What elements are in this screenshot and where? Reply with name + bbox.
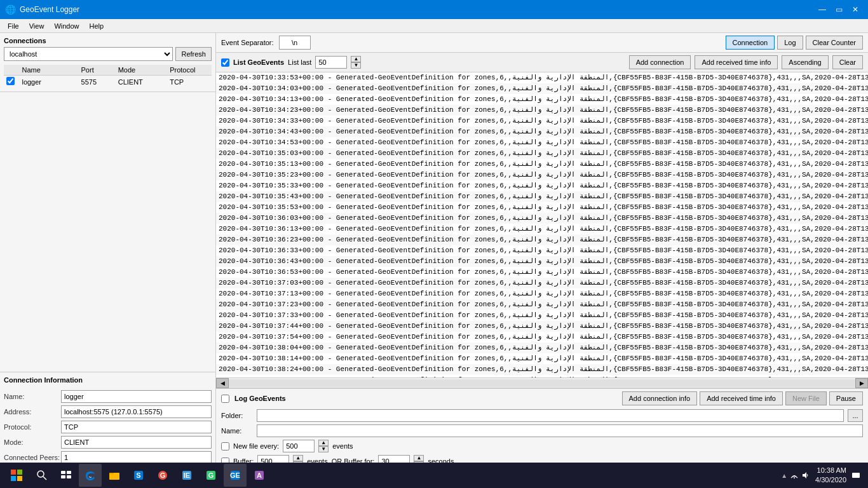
folder-row: Folder: ... xyxy=(221,409,863,422)
notification-icon[interactable] xyxy=(851,471,860,480)
log-tab-button[interactable]: Log xyxy=(777,36,803,50)
name-label: Name: xyxy=(4,393,61,400)
event-row[interactable]: 2020-04-30T10:34:33+00:00 - Generated-Ge… xyxy=(216,116,868,126)
connections-tbody: logger 5575 CLIENT TCP xyxy=(4,76,212,88)
spin-down[interactable]: ▼ xyxy=(351,62,361,69)
clock-time: 10:38 AM xyxy=(815,466,846,475)
scroll-left[interactable]: ◀ xyxy=(216,378,229,388)
new-file-spinner[interactable]: ▲ ▼ xyxy=(318,440,329,452)
table-row[interactable]: logger 5575 CLIENT TCP xyxy=(4,76,212,88)
event-row[interactable]: 2020-04-30T10:37:13+00:00 - Generated-Ge… xyxy=(216,288,868,299)
event-row[interactable]: 2020-04-30T10:36:23+00:00 - Generated-Ge… xyxy=(216,234,868,245)
log-csv-checkbox[interactable] xyxy=(221,395,229,403)
volume-icon[interactable] xyxy=(801,471,810,480)
network-icon[interactable] xyxy=(790,471,799,480)
event-row[interactable]: 2020-04-30T10:37:03+00:00 - Generated-Ge… xyxy=(216,278,868,288)
taskbar-search[interactable] xyxy=(31,464,53,487)
event-row[interactable]: 2020-04-30T10:35:03+00:00 - Generated-Ge… xyxy=(216,148,868,159)
taskbar-app4[interactable]: G xyxy=(200,464,222,487)
new-file-checkbox[interactable] xyxy=(221,442,229,451)
event-row[interactable]: 2020-04-30T10:34:13+00:00 - Generated-Ge… xyxy=(216,94,868,105)
event-row[interactable]: 2020-04-30T10:35:13+00:00 - Generated-Ge… xyxy=(216,159,868,170)
menu-help[interactable]: Help xyxy=(85,19,109,33)
pause-button[interactable]: Pause xyxy=(829,391,863,405)
taskbar-app3[interactable]: IE xyxy=(175,464,198,487)
seconds-spin-up[interactable]: ▲ xyxy=(414,455,424,461)
log-options-row1: New file every: ▲ ▼ events xyxy=(221,440,863,452)
new-file-button[interactable]: New File xyxy=(785,391,827,405)
event-row[interactable]: 2020-04-30T10:34:43+00:00 - Generated-Ge… xyxy=(216,126,868,137)
event-row[interactable]: 2020-04-30T10:36:13+00:00 - Generated-Ge… xyxy=(216,224,868,234)
row-protocol: TCP xyxy=(167,76,212,88)
log-add-connection-button[interactable]: Add connection info xyxy=(622,391,698,405)
tray-icon-up[interactable]: ▲ xyxy=(781,472,787,479)
name-value: logger xyxy=(61,390,212,403)
taskbar-app2[interactable]: G xyxy=(151,464,174,487)
taskbar-taskview[interactable] xyxy=(55,464,78,487)
clear-button[interactable]: Clear xyxy=(832,55,863,69)
event-row[interactable]: 2020-04-30T10:38:04+00:00 - Generated-Ge… xyxy=(216,342,868,353)
folder-input[interactable] xyxy=(257,409,844,422)
menu-file[interactable]: File xyxy=(3,19,24,33)
new-file-value-input[interactable] xyxy=(283,440,315,452)
taskbar-edge[interactable] xyxy=(79,464,102,487)
event-row[interactable]: 2020-04-30T10:36:03+00:00 - Generated-Ge… xyxy=(216,213,868,224)
event-row[interactable]: 2020-04-30T10:35:43+00:00 - Generated-Ge… xyxy=(216,191,868,202)
close-button[interactable]: ✕ xyxy=(848,3,863,16)
event-row[interactable]: 2020-04-30T10:36:53+00:00 - Generated-Ge… xyxy=(216,267,868,278)
connections-dropdown[interactable]: localhost xyxy=(4,47,173,61)
list-count-spinner[interactable]: ▲ ▼ xyxy=(351,56,361,69)
log-add-received-button[interactable]: Add received time info xyxy=(700,391,783,405)
new-file-spin-up[interactable]: ▲ xyxy=(318,440,329,446)
event-row[interactable]: 2020-04-30T10:38:24+00:00 - Generated-Ge… xyxy=(216,364,868,375)
add-connection-button[interactable]: Add connection xyxy=(629,55,691,69)
list-last-label: List last xyxy=(288,58,311,66)
clear-counter-button[interactable]: Clear Counter xyxy=(806,36,863,50)
taskbar-geo[interactable]: GE xyxy=(224,464,247,487)
taskbar-app5[interactable]: A xyxy=(248,464,271,487)
event-row[interactable]: 2020-04-30T10:34:53+00:00 - Generated-Ge… xyxy=(216,137,868,148)
separator-input[interactable] xyxy=(279,36,311,50)
event-row[interactable]: 2020-04-30T10:35:53+00:00 - Generated-Ge… xyxy=(216,202,868,213)
menu-view[interactable]: View xyxy=(24,19,50,33)
taskbar-app1[interactable]: S xyxy=(127,464,150,487)
event-row[interactable]: 2020-04-30T10:37:23+00:00 - Generated-Ge… xyxy=(216,299,868,310)
list-geoevent-checkbox[interactable] xyxy=(221,58,229,67)
folder-browse-button[interactable]: ... xyxy=(848,409,863,422)
row-name: logger xyxy=(19,76,78,88)
buffer-spin-up[interactable]: ▲ xyxy=(293,455,303,461)
maximize-button[interactable]: ▭ xyxy=(831,3,846,16)
event-row[interactable]: 2020-04-30T10:35:23+00:00 - Generated-Ge… xyxy=(216,170,868,180)
new-file-spin-down[interactable]: ▼ xyxy=(318,446,329,452)
name-input[interactable] xyxy=(257,424,863,437)
events-area[interactable]: 2020-04-30T10:33:53+00:00 - Generated-Ge… xyxy=(216,72,868,378)
scroll-right[interactable]: ▶ xyxy=(855,378,868,388)
list-count-input[interactable] xyxy=(315,56,347,69)
event-row[interactable]: 2020-04-30T10:36:33+00:00 - Generated-Ge… xyxy=(216,245,868,256)
info-row-mode: Mode: CLIENT xyxy=(4,436,212,449)
taskbar-file-explorer[interactable] xyxy=(103,464,126,487)
add-received-button[interactable]: Add received time info xyxy=(695,55,778,69)
row-port: 5575 xyxy=(79,76,116,88)
svg-rect-7 xyxy=(67,471,71,474)
connection-tab-button[interactable]: Connection xyxy=(726,36,775,50)
menu-window[interactable]: Window xyxy=(49,19,84,33)
event-row[interactable]: 2020-04-30T10:34:23+00:00 - Generated-Ge… xyxy=(216,105,868,116)
ascending-button[interactable]: Ascending xyxy=(782,55,828,69)
event-row[interactable]: 2020-04-30T10:37:33+00:00 - Generated-Ge… xyxy=(216,310,868,321)
event-row[interactable]: 2020-04-30T10:33:53+00:00 - Generated-Ge… xyxy=(216,72,868,83)
row-checkbox-cell xyxy=(4,76,19,88)
event-row[interactable]: 2020-04-30T10:37:44+00:00 - Generated-Ge… xyxy=(216,321,868,332)
event-row[interactable]: 2020-04-30T10:36:43+00:00 - Generated-Ge… xyxy=(216,256,868,267)
start-button[interactable] xyxy=(3,464,31,487)
taskbar-clock[interactable]: 10:38 AM 4/30/2020 xyxy=(815,466,846,485)
event-row[interactable]: 2020-04-30T10:35:33+00:00 - Generated-Ge… xyxy=(216,180,868,191)
spin-up[interactable]: ▲ xyxy=(351,56,361,62)
peers-value: 1 xyxy=(61,451,212,464)
event-row[interactable]: 2020-04-30T10:38:14+00:00 - Generated-Ge… xyxy=(216,353,868,364)
minimize-button[interactable]: ― xyxy=(815,3,830,16)
row-checkbox[interactable] xyxy=(6,77,15,85)
event-row[interactable]: 2020-04-30T10:37:54+00:00 - Generated-Ge… xyxy=(216,332,868,342)
event-row[interactable]: 2020-04-30T10:34:03+00:00 - Generated-Ge… xyxy=(216,83,868,94)
refresh-button[interactable]: Refresh xyxy=(175,47,212,61)
